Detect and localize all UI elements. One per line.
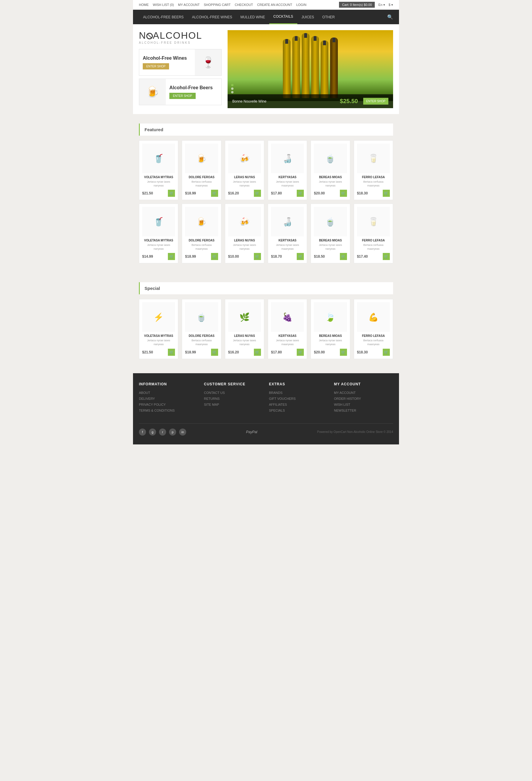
nav-myaccount[interactable]: MY ACCOUNT [178, 3, 200, 6]
product-price: $16.20 [228, 191, 239, 195]
add-to-cart-button[interactable]: 🛒 [211, 349, 218, 356]
add-to-cart-button[interactable]: 🛒 [340, 190, 347, 197]
footer-link[interactable]: Gift Vouchers [269, 397, 328, 400]
product-description: Bertaca cerfuasa maanyeas [185, 243, 218, 251]
site-logo: NALCOHOL [139, 30, 222, 41]
footer-link[interactable]: My Account [334, 391, 393, 395]
product-name: Bereas Mioas [314, 239, 347, 242]
add-to-cart-button[interactable]: 🛒 [254, 253, 261, 260]
add-to-cart-button[interactable]: 🛒 [254, 349, 261, 356]
nav-checkout[interactable]: CHECKOUT [235, 3, 253, 6]
facebook-icon[interactable]: f [139, 428, 146, 436]
divider-1 [133, 114, 399, 119]
footer-link[interactable]: Returns [204, 397, 263, 400]
footer-link[interactable]: Wish List [334, 403, 393, 406]
nav-other[interactable]: OTHER [318, 10, 339, 24]
bottle-4 [311, 36, 319, 98]
footer-link[interactable]: Terms & Conditions [139, 409, 198, 412]
footer-columns: InformationAboutDeliveryPrivacy PolicyTe… [139, 382, 393, 415]
add-to-cart-button[interactable]: 🛒 [168, 349, 175, 356]
product-description: Jertaca nyrae iases maanyeas [271, 243, 304, 251]
promo-wines-btn[interactable]: Enter Shop [143, 63, 169, 70]
add-to-cart-button[interactable]: 🛒 [211, 190, 218, 197]
product-icon: 🥛 [368, 217, 379, 227]
nav-alcohol-free-wines[interactable]: ALCOHOL-FREE WINES [188, 10, 236, 24]
product-price: $18.99 [185, 191, 196, 195]
language-selector[interactable]: En ▾ [378, 3, 385, 7]
product-icon: 🍺 [196, 217, 207, 227]
top-bar-right: Cart: 0 Item(s) $0.00 En ▾ $ ▾ [339, 2, 393, 8]
googleplus-icon[interactable]: g [149, 428, 156, 436]
nav-mulled-wine[interactable]: MULLED WINE [236, 10, 269, 24]
footer-link[interactable]: Delivery [139, 397, 198, 400]
hero-price-action: $25.50 Enter Shop [340, 98, 388, 105]
nav-alcohol-free-beers[interactable]: ALCOHOL-FREE BEERS [139, 10, 188, 24]
product-description: Jertaca nyrae iases maanyeas [271, 339, 304, 346]
hero-dot-1[interactable] [231, 84, 234, 86]
product-image: 🍶 [271, 143, 304, 173]
add-to-cart-button[interactable]: 🛒 [383, 253, 390, 260]
product-price: $18.70 [271, 254, 282, 258]
add-to-cart-button[interactable]: 🛒 [211, 253, 218, 260]
cart-button[interactable]: Cart: 0 Item(s) $0.00 [339, 2, 375, 8]
product-name: Kertyasas [271, 175, 304, 179]
product-icon: 🥛 [368, 154, 379, 163]
hero-right: Bonne Nouvelle Wine $25.50 Enter Shop [228, 30, 393, 108]
add-to-cart-button[interactable]: 🛒 [168, 190, 175, 197]
product-footer: $21.50 🛒 [142, 190, 175, 197]
hero-dot-3[interactable] [231, 91, 234, 93]
product-name: Dolore Feroas [185, 239, 218, 242]
hero-enter-shop-btn[interactable]: Enter Shop [363, 98, 388, 105]
footer: InformationAboutDeliveryPrivacy PolicyTe… [133, 373, 399, 444]
rss-icon[interactable]: r [159, 428, 166, 436]
search-icon[interactable]: 🔍 [387, 14, 393, 20]
footer-link[interactable]: Contact Us [204, 391, 263, 395]
nav-cocktails[interactable]: COCKTAILS [269, 10, 297, 24]
footer-link[interactable]: Order History [334, 397, 393, 400]
promo-beers-title: Alcohol-Free Beers [169, 85, 218, 90]
hero-dots [231, 84, 234, 93]
promo-beers-btn[interactable]: Enter Shop [169, 93, 196, 99]
hero-dot-2[interactable] [231, 87, 234, 90]
nav-juices[interactable]: JUICES [297, 10, 318, 24]
add-to-cart-button[interactable]: 🛒 [254, 190, 261, 197]
product-name: Ferro Lefasa [357, 175, 390, 179]
footer-col-title: Extras [269, 382, 328, 386]
product-name: Bereas Mioas [314, 175, 347, 179]
footer-link[interactable]: Site Map [204, 403, 263, 406]
footer-link[interactable]: Specials [269, 409, 328, 412]
product-price: $20.00 [314, 350, 325, 354]
product-price: $21.50 [142, 350, 153, 354]
featured-section: Featured 🥤 Voletasa Mytras Jertaca nyrae… [133, 119, 399, 273]
nav-wishlist[interactable]: WISH LIST (0) [153, 3, 174, 6]
product-icon: 🍻 [239, 154, 250, 163]
add-to-cart-button[interactable]: 🛒 [340, 253, 347, 260]
product-icon: 🍻 [239, 217, 250, 227]
add-to-cart-button[interactable]: 🛒 [168, 253, 175, 260]
footer-link[interactable]: Affiliates [269, 403, 328, 406]
product-name: Dolore Feroas [185, 175, 218, 179]
nav-home[interactable]: HOME [139, 3, 149, 6]
add-to-cart-button[interactable]: 🛒 [297, 253, 304, 260]
product-footer: $20.00 🛒 [314, 190, 347, 197]
nav-cart[interactable]: SHOPPING CART [204, 3, 231, 6]
main-nav: ALCOHOL-FREE BEERS ALCOHOL-FREE WINES MU… [133, 10, 399, 24]
footer-link[interactable]: Newsletter [334, 409, 393, 412]
footer-link[interactable]: Brands [269, 391, 328, 395]
add-to-cart-button[interactable]: 🛒 [383, 190, 390, 197]
special-inner: Special [133, 282, 399, 294]
top-bar: HOME WISH LIST (0) MY ACCOUNT SHOPPING C… [133, 0, 399, 10]
pinterest-icon[interactable]: p [169, 428, 176, 436]
currency-selector[interactable]: $ ▾ [388, 3, 393, 7]
add-to-cart-button[interactable]: 🛒 [340, 349, 347, 356]
add-to-cart-button[interactable]: 🛒 [297, 349, 304, 356]
add-to-cart-button[interactable]: 🛒 [297, 190, 304, 197]
add-to-cart-button[interactable]: 🛒 [383, 349, 390, 356]
linkedin-icon[interactable]: in [179, 428, 186, 436]
nav-login[interactable]: LOGIN [296, 3, 306, 6]
hero-price: $25.50 [340, 98, 358, 105]
footer-link[interactable]: Privacy Policy [139, 403, 198, 406]
product-card: 🍶 Kertyasas Jertaca nyrae iases maanyeas… [268, 140, 307, 200]
footer-link[interactable]: About [139, 391, 198, 395]
nav-create[interactable]: CREATE AN ACCOUNT [257, 3, 292, 6]
